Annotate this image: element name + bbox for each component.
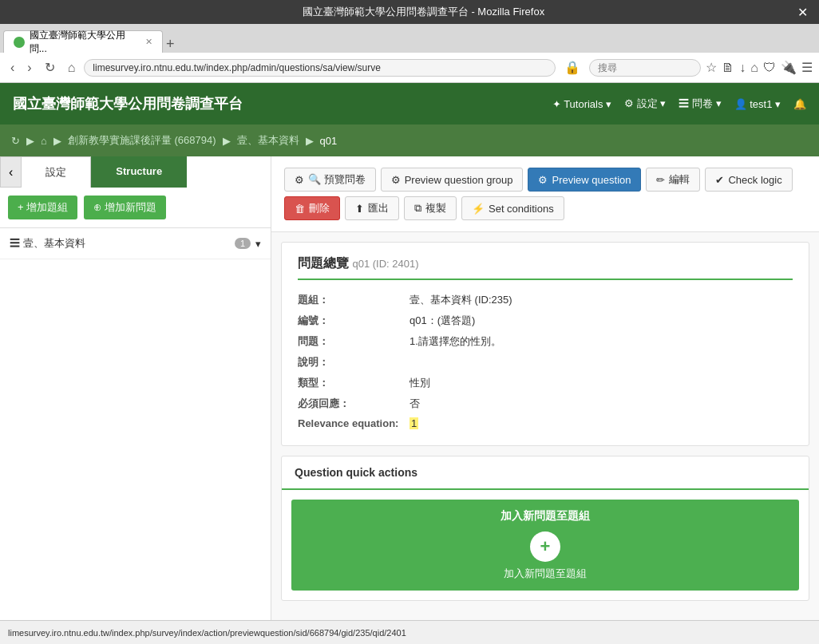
preview-survey-button[interactable]: ⚙ 🔍 預覽問卷 — [284, 168, 376, 192]
preview-survey-label: 🔍 預覽問卷 — [308, 172, 366, 187]
add-question-plus-icon: + — [530, 531, 560, 562]
quick-actions-title: Question quick actions — [282, 456, 809, 490]
quick-actions: Question quick actions 加入新問題至題組 + 加入新問題至… — [281, 456, 809, 601]
label-description: 說明： — [298, 355, 410, 369]
browser-tab-active[interactable]: 國立臺灣師範大學公用問... ✕ — [3, 30, 163, 53]
browser-home-icon[interactable]: ⌂ — [750, 61, 758, 75]
overview-row-mandatory: 必須回應： 否 — [298, 393, 793, 414]
label-type: 類型： — [298, 376, 410, 390]
overview-title-text: 問題總覽 — [298, 256, 349, 270]
right-panel: ⚙ 🔍 預覽問卷 ⚙ Preview question group ⚙ Prev… — [271, 156, 819, 620]
overview-subtitle: q01 (ID: 2401) — [352, 258, 418, 270]
back-button[interactable]: ‹ — [6, 59, 18, 77]
preview-group-icon: ⚙ — [391, 174, 401, 186]
browser-titlebar: 國立臺灣師範大學公用問卷調查平台 - Mozilla Firefox ✕ — [0, 0, 819, 24]
home-button[interactable]: ⌂ — [64, 59, 80, 77]
status-bar: limesurvey.iro.ntnu.edu.tw/index.php/sur… — [0, 620, 819, 644]
app-header: 國立臺灣師範大學公用問卷調查平台 ✦ Tutorials ▾ ⚙ 設定 ▾ ☰ … — [0, 83, 819, 124]
sidebar-tab-settings[interactable]: 設定 — [21, 156, 91, 188]
label-relevance: Relevance equation: — [298, 417, 410, 429]
nav-tutorials[interactable]: ✦ Tutorials ▾ — [552, 98, 611, 110]
sidebar-group-item[interactable]: ☰ 壹、基本資料 1 ▾ — [0, 228, 271, 259]
breadcrumb-arrow-2: ▶ — [53, 135, 61, 147]
overview-title: 問題總覽 q01 (ID: 2401) — [298, 255, 793, 280]
add-group-button[interactable]: + 增加題組 — [8, 196, 77, 219]
copy-label: 複製 — [425, 201, 446, 215]
breadcrumb-home-icon[interactable]: ⌂ — [41, 135, 47, 147]
preview-group-button[interactable]: ⚙ Preview question group — [381, 168, 524, 192]
group-expand-icon[interactable]: ▾ — [255, 238, 261, 250]
question-overview: 問題總覽 q01 (ID: 2401) 題組： 壹、基本資料 (ID:235) … — [281, 242, 809, 446]
nav-notifications[interactable]: 🔔 — [793, 98, 806, 110]
copy-icon: ⧉ — [414, 202, 421, 215]
overview-row-relevance: Relevance equation: 1 — [298, 414, 793, 433]
breadcrumb-question: q01 — [320, 135, 338, 147]
breadcrumb-group[interactable]: 壹、基本資料 — [237, 133, 299, 148]
set-conditions-button[interactable]: ⚡ Set conditions — [461, 196, 564, 220]
sidebar-collapse-button[interactable]: ‹ — [0, 156, 21, 188]
nav-user[interactable]: 👤 test1 ▾ — [734, 98, 781, 110]
address-input[interactable] — [84, 59, 556, 77]
forward-button[interactable]: › — [23, 59, 35, 77]
new-tab-button[interactable]: + — [166, 36, 175, 53]
reload-button[interactable]: ↻ — [41, 58, 59, 77]
add-question-sub-label: 加入新問題至題組 — [301, 567, 789, 581]
header-nav: ✦ Tutorials ▾ ⚙ 設定 ▾ ☰ 問卷 ▾ 👤 test1 ▾ 🔔 — [552, 97, 806, 111]
edit-label: 編輯 — [669, 172, 690, 187]
tab-close-button[interactable]: ✕ — [145, 37, 152, 47]
label-group: 題組： — [298, 293, 410, 307]
label-mandatory: 必須回應： — [298, 397, 410, 411]
nav-settings[interactable]: ⚙ 設定 ▾ — [624, 97, 666, 111]
add-question-button[interactable]: ⊕ 增加新問題 — [84, 196, 166, 219]
action-buttons: ⚙ 🔍 預覽問卷 ⚙ Preview question group ⚙ Prev… — [271, 156, 819, 232]
preview-question-button[interactable]: ⚙ Preview question — [528, 168, 641, 192]
check-logic-button[interactable]: ✔ Check logic — [705, 168, 792, 192]
export-label: 匯出 — [368, 201, 389, 215]
sidebar-actions: + 增加題組 ⊕ 增加新問題 — [0, 188, 271, 228]
overview-row-group: 題組： 壹、基本資料 (ID:235) — [298, 290, 793, 310]
group-item-label: ☰ 壹、基本資料 — [10, 236, 85, 251]
delete-button[interactable]: 🗑 刪除 — [284, 196, 340, 220]
value-question: 1.請選擇您的性別。 — [410, 334, 501, 349]
search-input[interactable] — [589, 59, 701, 77]
bookmark-icon[interactable]: ☆ — [706, 60, 717, 75]
history-icon[interactable]: 🗎 — [722, 61, 734, 75]
export-icon: ⬆ — [355, 203, 364, 215]
tab-title: 國立臺灣師範大學公用問... — [30, 29, 140, 56]
conditions-label: Set conditions — [489, 203, 554, 215]
breadcrumb-arrow-3: ▶ — [223, 135, 231, 147]
breadcrumb-survey[interactable]: 創新教學實施課後評量 (668794) — [68, 133, 216, 148]
overview-row-type: 類型： 性別 — [298, 373, 793, 393]
nav-surveys[interactable]: ☰ 問卷 ▾ — [679, 97, 721, 111]
value-type: 性別 — [410, 376, 430, 390]
add-question-area[interactable]: 加入新問題至題組 + 加入新問題至題組 — [291, 500, 799, 591]
browser-close-button[interactable]: ✕ — [793, 5, 813, 20]
plugin-icon[interactable]: 🔌 — [781, 60, 797, 75]
label-question: 問題： — [298, 334, 410, 349]
breadcrumb-refresh-icon[interactable]: ↻ — [11, 135, 20, 147]
overview-table: 題組： 壹、基本資料 (ID:235) 編號： q01：(選答題) 問題： 1.… — [298, 290, 793, 433]
overview-row-question: 問題： 1.請選擇您的性別。 — [298, 331, 793, 352]
menu-icon[interactable]: ☰ — [801, 60, 813, 75]
breadcrumb-arrow-1: ▶ — [26, 135, 34, 147]
check-logic-icon: ✔ — [715, 174, 724, 186]
download-icon[interactable]: ↓ — [739, 61, 746, 75]
delete-icon: 🗑 — [295, 203, 305, 215]
value-mandatory: 否 — [410, 397, 420, 411]
browser-tab-bar: 國立臺灣師範大學公用問... ✕ + — [0, 24, 819, 53]
edit-button[interactable]: ✏ 編輯 — [646, 168, 700, 192]
preview-group-label: Preview question group — [405, 174, 513, 186]
preview-question-icon: ⚙ — [538, 174, 548, 186]
sidebar-tab-structure[interactable]: Structure — [91, 156, 187, 188]
copy-button[interactable]: ⧉ 複製 — [404, 196, 457, 220]
overview-row-code: 編號： q01：(選答題) — [298, 310, 793, 331]
main-content: ‹ 設定 Structure + 增加題組 ⊕ 增加新問題 ☰ 壹、基本資料 1… — [0, 156, 819, 620]
value-group: 壹、基本資料 (ID:235) — [410, 293, 512, 307]
browser-address-bar: ‹ › ↻ ⌂ 🔒 ☆ 🗎 ↓ ⌂ 🛡 🔌 ☰ — [0, 53, 819, 83]
export-button[interactable]: ⬆ 匯出 — [345, 196, 399, 220]
browser-title: 國立臺灣師範大學公用問卷調查平台 - Mozilla Firefox — [54, 5, 793, 19]
lock-icon: 🔒 — [560, 58, 584, 77]
sidebar: ‹ 設定 Structure + 增加題組 ⊕ 增加新問題 ☰ 壹、基本資料 1… — [0, 156, 271, 620]
preview-survey-icon: ⚙ — [295, 174, 304, 186]
shield-icon[interactable]: 🛡 — [763, 61, 776, 75]
